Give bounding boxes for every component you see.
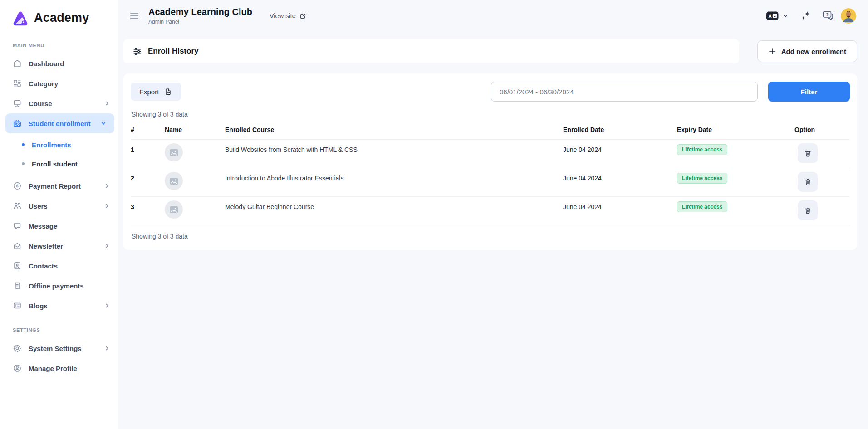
expiry-badge: Lifetime access xyxy=(677,201,727,212)
svg-text:$: $ xyxy=(16,183,19,188)
sidebar-item-blogs[interactable]: Blogs xyxy=(0,296,118,316)
delete-button[interactable] xyxy=(798,143,818,163)
sidebar-item-users[interactable]: Users xyxy=(0,196,118,216)
showing-count-top: Showing 3 of 3 data xyxy=(132,111,850,118)
trash-icon xyxy=(804,149,812,158)
app-root: Academy MAIN MENU Dashboard Category Cou… xyxy=(0,0,868,429)
expiry-badge: Lifetime access xyxy=(677,144,727,155)
sidebar-item-system-settings[interactable]: System Settings xyxy=(0,338,118,358)
sidebar-item-message[interactable]: Message xyxy=(0,216,118,236)
course-title: Build Websites from Scratch with HTML & … xyxy=(225,140,563,153)
toolbar: Export Filter xyxy=(131,82,850,102)
delete-button[interactable] xyxy=(798,172,818,192)
table-row: 1 Build Websites from Scratch with HTML … xyxy=(131,140,850,168)
category-grid-icon xyxy=(13,79,22,88)
sidebar-item-label: Category xyxy=(29,80,58,88)
sidebar-item-course[interactable]: Course xyxy=(0,93,118,113)
chevron-right-icon xyxy=(103,202,111,210)
hamburger-menu-icon[interactable] xyxy=(128,11,140,21)
bullet-icon xyxy=(22,162,25,165)
sidebar-item-label: Offline payments xyxy=(29,282,84,290)
table-row: 3 Melody Guitar Beginner Course June 04 … xyxy=(131,197,850,225)
sidebar-item-label: Course xyxy=(29,100,52,107)
sidebar-item-offline-payments[interactable]: Offline payments xyxy=(0,276,118,296)
sidebar-item-label: Payment Report xyxy=(29,182,81,190)
course-title: Introduction to Abode Illustrator Essent… xyxy=(225,168,563,182)
enroll-history-card: Export Filter Showing 3 of 3 data # Name… xyxy=(123,73,857,250)
newsletter-icon xyxy=(13,241,22,250)
date-range-input[interactable] xyxy=(491,82,758,102)
sidebar-subitem-enroll-student[interactable]: Enroll student xyxy=(0,154,118,173)
site-title: Academy Learning Club xyxy=(148,7,252,17)
sidebar-subitem-enrollments[interactable]: Enrollments xyxy=(0,135,118,154)
users-icon xyxy=(13,201,22,210)
sidebar-item-label: Dashboard xyxy=(29,60,64,68)
delete-button[interactable] xyxy=(798,200,818,220)
translate-icon: A2 xyxy=(766,11,779,21)
sliders-icon xyxy=(132,47,142,56)
course-title: Melody Guitar Beginner Course xyxy=(225,197,563,210)
external-link-icon xyxy=(299,12,307,20)
chevron-right-icon xyxy=(103,242,111,249)
image-placeholder-icon xyxy=(169,205,178,214)
sidebar-item-category[interactable]: Category xyxy=(0,73,118,93)
chevron-down-icon xyxy=(782,12,789,20)
chevron-right-icon xyxy=(103,182,111,190)
filter-button[interactable]: Filter xyxy=(768,82,850,102)
export-file-icon xyxy=(164,88,172,96)
profile-circle-icon xyxy=(13,364,22,373)
showing-count-bottom: Showing 3 of 3 data xyxy=(131,225,850,248)
export-label: Export xyxy=(139,88,159,96)
page-title: Enroll History xyxy=(148,47,198,56)
table-row: 2 Introduction to Abode Illustrator Esse… xyxy=(131,168,850,197)
trash-icon xyxy=(804,206,812,215)
row-number: 2 xyxy=(131,168,165,182)
column-header-enrolled-date: Enrolled Date xyxy=(563,121,677,139)
chevron-right-icon xyxy=(103,100,111,107)
image-placeholder-icon xyxy=(169,148,178,157)
sidebar-item-label: Users xyxy=(29,202,48,210)
trash-icon xyxy=(804,178,812,186)
enrolled-date: June 04 2024 xyxy=(563,140,677,153)
course-icon xyxy=(13,99,22,108)
sidebar-item-newsletter[interactable]: Newsletter xyxy=(0,236,118,256)
bullet-icon xyxy=(22,143,25,146)
ai-sparkles-button[interactable] xyxy=(800,10,812,21)
sidebar-item-label: Manage Profile xyxy=(29,365,77,372)
add-new-enrollment-button[interactable]: Add new enrollment xyxy=(757,40,857,62)
user-avatar[interactable] xyxy=(841,8,856,24)
sidebar-item-label: Message xyxy=(29,222,57,230)
page-title-card: Enroll History xyxy=(123,39,739,63)
help-chat-button[interactable]: ? xyxy=(822,10,834,22)
sidebar-item-payment-report[interactable]: $ Payment Report xyxy=(0,176,118,196)
receipt-icon xyxy=(13,281,22,290)
sidebar-item-label: Student enrollment xyxy=(29,120,91,127)
chevron-right-icon xyxy=(103,302,111,309)
svg-text:A: A xyxy=(768,14,771,19)
table-header-row: # Name Enrolled Course Enrolled Date Exp… xyxy=(131,121,850,140)
sidebar-subitem-label: Enroll student xyxy=(32,160,78,168)
page-header-row: Enroll History Add new enrollment xyxy=(123,39,857,63)
message-icon xyxy=(13,221,22,230)
export-button[interactable]: Export xyxy=(131,83,181,101)
svg-text:2: 2 xyxy=(774,14,775,18)
sidebar: Academy MAIN MENU Dashboard Category Cou… xyxy=(0,0,118,429)
sidebar-item-contacts[interactable]: Contacts xyxy=(0,256,118,276)
sidebar-item-dashboard[interactable]: Dashboard xyxy=(0,54,118,73)
sidebar-subitem-label: Enrollments xyxy=(32,141,71,149)
language-switcher[interactable]: A2 xyxy=(766,11,789,21)
expiry-badge: Lifetime access xyxy=(677,173,727,184)
sidebar-item-label: Blogs xyxy=(29,302,48,310)
student-enrollment-icon xyxy=(13,119,22,128)
sidebar-item-student-enrollment[interactable]: Student enrollment xyxy=(5,113,114,133)
sidebar-item-label: Contacts xyxy=(29,262,58,270)
enrolled-date: June 04 2024 xyxy=(563,168,677,182)
gear-icon xyxy=(13,344,22,353)
course-thumbnail xyxy=(165,200,183,219)
chevron-down-icon xyxy=(100,120,107,127)
logo[interactable]: Academy xyxy=(0,0,118,27)
view-site-link[interactable]: View site xyxy=(270,12,307,20)
chat-question-icon: ? xyxy=(822,10,834,22)
sidebar-item-manage-profile[interactable]: Manage Profile xyxy=(0,358,118,378)
add-new-enrollment-label: Add new enrollment xyxy=(781,48,846,55)
